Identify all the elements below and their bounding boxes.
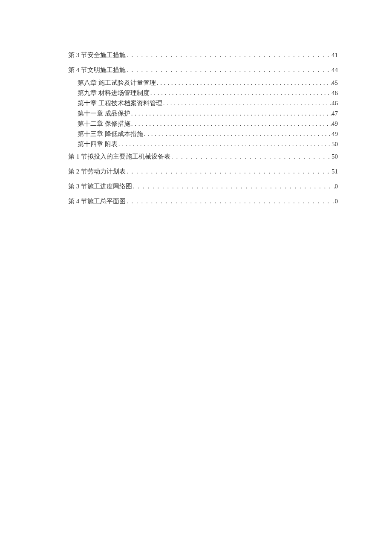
toc-leader-dots: . . . . . . . . . . . . . . . . . . . . … [162,98,331,108]
toc-leader-dots: . . . . . . . . . . . . . . . . . . . . … [130,119,331,129]
toc-page-number: 47 [331,108,338,119]
toc-entry: 第 3 节施工进度网络图 . . . . . . . . . . . . . .… [68,179,338,194]
toc-container: 第 3 节安全施工措施 . . . . . . . . . . . . . . … [68,48,338,209]
toc-leader-dots: . . . . . . . . . . . . . . . . . . . . … [130,108,331,119]
toc-entry: 第 4 节文明施工措施 . . . . . . . . . . . . . . … [68,63,338,78]
toc-leader-dots: . . . . . . . . . . . . . . . . . . . . … [170,149,331,164]
toc-entry: 第十二章 保修措施 . . . . . . . . . . . . . . . … [68,119,338,129]
toc-page-number: 49 [331,119,338,129]
toc-page-number: 46 [331,88,338,98]
toc-leader-dots: . . . . . . . . . . . . . . . . . . . . … [143,129,331,139]
toc-page-number: 0 [335,179,338,194]
toc-leader-dots: . . . . . . . . . . . . . . . . . . . . … [126,194,335,209]
toc-page-number: 44 [331,63,338,78]
toc-title: 第 2 节劳动力计划表 [68,164,126,179]
toc-title: 第 1 节拟投入的主要施工机械设备表 [68,149,170,164]
toc-leader-dots: . . . . . . . . . . . . . . . . . . . . … [132,179,335,194]
toc-leader-dots: . . . . . . . . . . . . . . . . . . . . … [126,164,331,179]
toc-entry: 第十章 工程技术档案资料管理 . . . . . . . . . . . . .… [68,98,338,108]
toc-entry: 第十一章 成品保护 . . . . . . . . . . . . . . . … [68,108,338,119]
toc-title: 第十一章 成品保护 [78,108,130,119]
toc-page-number: 51 [331,164,338,179]
toc-title: 第 3 节安全施工措施 [68,48,126,63]
toc-leader-dots: . . . . . . . . . . . . . . . . . . . . … [118,139,331,149]
toc-title: 第十四章 附表 [78,139,118,149]
toc-entry: 第 3 节安全施工措施 . . . . . . . . . . . . . . … [68,48,338,63]
toc-page-number: 50 [331,149,338,164]
toc-entry: 第八章 施工试验及计量管理 . . . . . . . . . . . . . … [68,78,338,88]
toc-title: 第十章 工程技术档案资料管理 [78,98,162,108]
toc-entry: 第九章 材料进场管理制度 . . . . . . . . . . . . . .… [68,88,338,98]
toc-leader-dots: . . . . . . . . . . . . . . . . . . . . … [126,63,331,78]
toc-page-number: 49 [331,129,338,139]
toc-leader-dots: . . . . . . . . . . . . . . . . . . . . … [150,88,331,98]
toc-entry: 第十四章 附表 . . . . . . . . . . . . . . . . … [68,139,338,149]
toc-leader-dots: . . . . . . . . . . . . . . . . . . . . … [126,48,331,63]
toc-page-number: 45 [331,78,338,88]
toc-entry: 第十三章 降低成本措施 . . . . . . . . . . . . . . … [68,129,338,139]
toc-leader-dots: . . . . . . . . . . . . . . . . . . . . … [156,78,331,88]
toc-title: 第 4 节文明施工措施 [68,63,126,78]
toc-page-number: 41 [331,48,338,63]
toc-entry: 第 2 节劳动力计划表 . . . . . . . . . . . . . . … [68,164,338,179]
toc-title: 第十二章 保修措施 [78,119,130,129]
toc-title: 第 3 节施工进度网络图 [68,179,132,194]
toc-page-number: 0 [335,194,338,209]
toc-page-number: 46 [331,98,338,108]
toc-title: 第八章 施工试验及计量管理 [78,78,156,88]
toc-title: 第十三章 降低成本措施 [78,129,143,139]
toc-title: 第九章 材料进场管理制度 [78,88,150,98]
toc-title: 第 4 节施工总平面图 [68,194,126,209]
toc-page-number: 50 [331,139,338,149]
toc-entry: 第 1 节拟投入的主要施工机械设备表 . . . . . . . . . . .… [68,149,338,164]
toc-entry: 第 4 节施工总平面图 . . . . . . . . . . . . . . … [68,194,338,209]
